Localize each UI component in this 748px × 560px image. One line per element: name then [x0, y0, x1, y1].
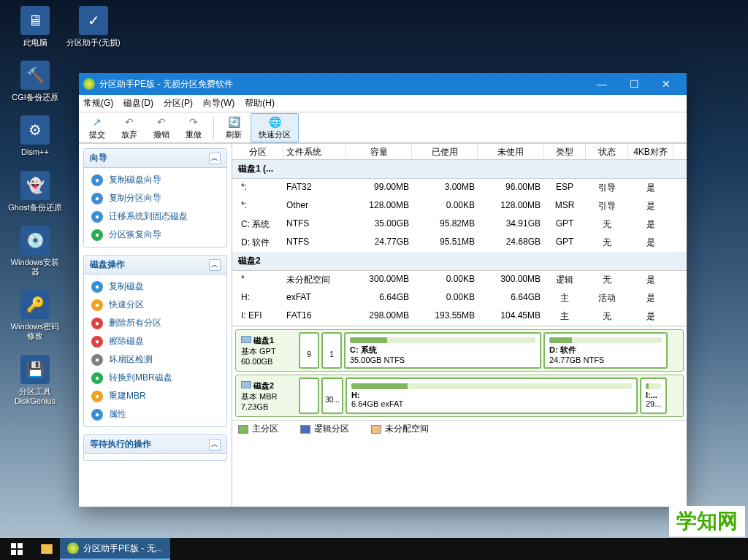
desktop-icon[interactable]: 💿Windows安装器 [7, 226, 63, 277]
toolbar-撤销[interactable]: ↶撤销 [146, 114, 177, 142]
cell: I: EFI [232, 309, 283, 324]
minimize-button[interactable]: — [586, 74, 618, 94]
table-row[interactable]: *:FAT3299.00MB3.00MB96.00MBESP引导是 [232, 179, 687, 197]
partition-block[interactable]: 1 [321, 332, 342, 369]
toolbar-label: 刷新 [226, 129, 242, 140]
svg-rect-0 [11, 543, 16, 548]
panel-item[interactable]: ●属性 [84, 405, 226, 423]
taskbar-active-app[interactable]: 分区助手PE版 - 无... [60, 538, 170, 560]
col-header[interactable]: 容量 [346, 144, 412, 159]
toolbar-放弃[interactable]: ↶放弃 [114, 114, 145, 142]
col-header[interactable]: 状态 [586, 144, 628, 159]
partition-block[interactable]: C: 系统35.00GB NTFS [344, 332, 541, 369]
panel-item[interactable]: ●复制分区向导 [84, 189, 226, 207]
cell: 是 [628, 235, 673, 250]
desktop-icon[interactable]: ⚙Dism++ [7, 115, 63, 157]
cell: 128.00MB [346, 199, 412, 214]
desktop-icon[interactable]: 👻Ghost备份还原 [7, 171, 63, 212]
close-button[interactable]: ✕ [650, 74, 682, 94]
col-header[interactable]: 未使用 [478, 144, 543, 159]
disk-info[interactable]: 磁盘2基本 MBR7.23GB [238, 377, 297, 414]
desktop-icon-graphic: 🖥 [20, 6, 50, 35]
cell: 主 [543, 291, 586, 306]
toolbar-刷新[interactable]: 🔄刷新 [218, 114, 249, 142]
toolbar-快速分区[interactable]: 🌐快速分区 [251, 113, 299, 142]
cell: FAT16 [283, 309, 346, 324]
maximize-button[interactable]: ☐ [618, 74, 650, 94]
cell: NTFS [283, 217, 346, 232]
panel-item[interactable]: ●迁移系统到固态磁盘 [84, 207, 226, 226]
menu-item[interactable]: 分区(P) [164, 97, 193, 110]
disk-group-header[interactable]: 磁盘1 (... [232, 160, 687, 179]
col-header[interactable]: 类型 [543, 144, 586, 159]
partition-block[interactable]: H:6.64GB exFAT [346, 377, 638, 414]
menu-item[interactable]: 常规(G) [83, 97, 113, 110]
panel-item[interactable]: ●分区恢复向导 [84, 226, 226, 244]
menubar: 常规(G)磁盘(D)分区(P)向导(W)帮助(H) [79, 95, 687, 112]
panel-item[interactable]: ●快速分区 [84, 296, 226, 314]
table-row[interactable]: D: 软件NTFS24.77GB95.51MB24.68GBGPT无是 [232, 234, 687, 252]
desktop-icon[interactable]: 🖥此电脑 [7, 6, 63, 47]
collapse-icon[interactable]: ︿ [209, 439, 221, 450]
col-header[interactable]: 分区 [232, 144, 283, 159]
toolbar-重做[interactable]: ↷重做 [178, 114, 209, 142]
partition-block[interactable]: 9 [299, 332, 319, 369]
cell: 6.64GB [478, 291, 543, 306]
panel-item[interactable]: ●坏扇区检测 [84, 350, 226, 369]
partition-block[interactable]: 30... [321, 377, 343, 414]
panel-item-label: 分区恢复向导 [109, 229, 161, 241]
panel-header[interactable]: 等待执行的操作︿ [84, 435, 226, 454]
start-button[interactable] [0, 538, 34, 560]
table-row[interactable]: C: 系统NTFS35.00GB95.82MB34.91GBGPT无是 [232, 215, 687, 234]
toolbar-提交[interactable]: ↗提交 [82, 114, 112, 142]
disk-info[interactable]: 磁盘1基本 GPT60.00GB [238, 332, 297, 369]
partition-block[interactable]: I:...29... [640, 377, 667, 414]
panel-header[interactable]: 磁盘操作︿ [84, 256, 226, 275]
table-row[interactable]: *:Other128.00MB0.00KB128.00MBMSR引导是 [232, 197, 687, 215]
collapse-icon[interactable]: ︿ [209, 153, 221, 164]
collapse-icon[interactable]: ︿ [209, 259, 221, 271]
menu-item[interactable]: 磁盘(D) [123, 97, 153, 110]
toolbar-icon: 🔄 [226, 115, 241, 129]
titlebar[interactable]: 分区助手PE版 - 无损分区免费软件 — ☐ ✕ [79, 73, 687, 95]
disk-group-header[interactable]: 磁盘2 [232, 252, 687, 271]
panel-item[interactable]: ●删除所有分区 [84, 314, 226, 332]
panel-item[interactable]: ●重建MBR [84, 387, 226, 405]
table-row[interactable]: H:exFAT6.64GB0.00KB6.64GB主活动是 [232, 289, 687, 307]
desktop-icon[interactable]: ✓分区助手(无损) [66, 6, 121, 47]
panel-item[interactable]: ●复制磁盘向导 [84, 171, 226, 189]
window-title: 分区助手PE版 - 无损分区免费软件 [99, 78, 233, 91]
cell: *: [232, 199, 283, 214]
panel-header[interactable]: 向导︿ [84, 149, 226, 168]
partition-block[interactable] [299, 377, 319, 414]
panel-item[interactable]: ●擦除磁盘 [84, 332, 226, 350]
desktop-icon[interactable]: 🔨CGI备份还原 [7, 61, 63, 102]
cell: 0.00KB [412, 291, 478, 306]
partition-table: 磁盘1 (... *:FAT3299.00MB3.00MB96.00MBESP引… [232, 160, 687, 326]
panel-item[interactable]: ●复制磁盘 [84, 277, 226, 296]
panel-item[interactable]: ●转换到MBR磁盘 [84, 369, 226, 387]
cell: 24.68GB [478, 235, 543, 250]
toolbar-icon: ↗ [90, 115, 104, 129]
watermark-title: 学知网 [669, 506, 745, 537]
menu-item[interactable]: 向导(W) [203, 97, 234, 110]
col-header[interactable]: 4KB对齐 [628, 144, 673, 159]
col-header[interactable]: 文件系统 [283, 144, 346, 159]
table-row[interactable]: *未分配空间300.00MB0.00KB300.00MB逻辑无是 [232, 271, 687, 289]
panel-item-label: 坏扇区检测 [109, 353, 153, 366]
desktop-icon[interactable]: 💾分区工具DiskGenius [7, 355, 63, 406]
cell: MSR [543, 199, 586, 214]
col-header[interactable]: 已使用 [412, 144, 478, 159]
desktop-icon[interactable]: 🔑Windows密码修改 [7, 290, 63, 341]
toolbar-label: 重做 [186, 129, 202, 140]
cell: 活动 [586, 291, 628, 306]
app-icon-small [67, 542, 79, 554]
menu-item[interactable]: 帮助(H) [245, 97, 275, 110]
taskbar-explorer[interactable] [34, 538, 60, 560]
main-content: 分区文件系统容量已使用未使用类型状态4KB对齐 磁盘1 (... *:FAT32… [232, 144, 687, 507]
cell: 无 [586, 235, 628, 250]
table-row[interactable]: I: EFIFAT16298.00MB193.55MB104.45MB主无是 [232, 307, 687, 326]
partition-block[interactable]: D: 软件24.77GB NTFS [543, 332, 668, 369]
disk-diagrams: 磁盘1基本 GPT60.00GB 91C: 系统35.00GB NTFSD: 软… [232, 326, 687, 420]
panel-item-label: 删除所有分区 [109, 317, 161, 329]
